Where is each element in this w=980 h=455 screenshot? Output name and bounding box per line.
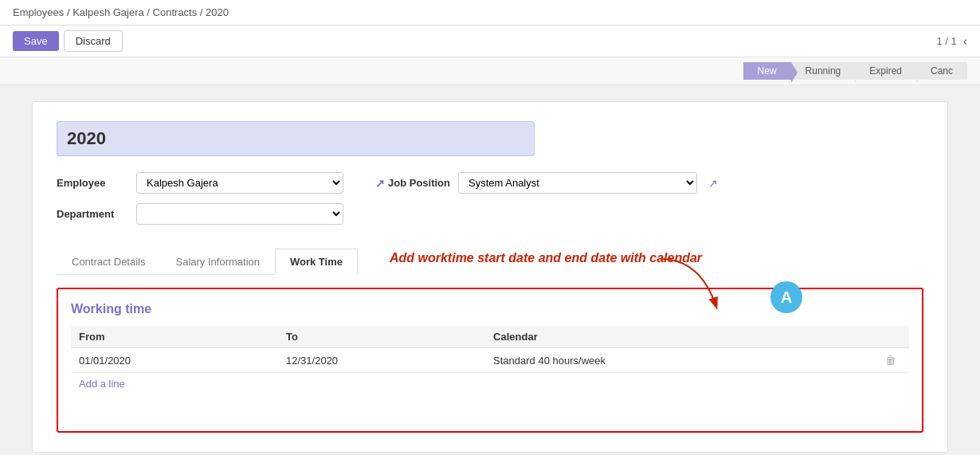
status-step-expired[interactable]: Expired — [855, 62, 916, 80]
toolbar-right: 1 / 1 ‹ — [936, 34, 967, 49]
form-col-left: Employee Kalpesh Gajera Department — [57, 172, 343, 225]
col-from: From — [71, 326, 278, 348]
employee-select[interactable]: Kalpesh Gajera — [136, 172, 343, 194]
status-steps: New Running Expired Canc — [743, 62, 967, 80]
form-card: Employee Kalpesh Gajera Department ↗ — [32, 101, 948, 453]
tabs-row: Contract Details Salary Information Work… — [57, 241, 923, 275]
main-content: Employee Kalpesh Gajera Department ↗ — [0, 85, 980, 455]
breadcrumb: Employees / Kalpesh Gajera / Contracts /… — [13, 6, 229, 18]
top-bar: Employees / Kalpesh Gajera / Contracts /… — [0, 0, 980, 25]
delete-icon[interactable]: 🗑 — [885, 354, 896, 367]
table-header-row: From To Calendar — [71, 326, 909, 348]
discard-button[interactable]: Discard — [64, 30, 123, 52]
job-position-external-link-icon[interactable]: ↗ — [708, 177, 718, 190]
tab-contract-details[interactable]: Contract Details — [57, 249, 160, 274]
col-actions — [877, 326, 909, 348]
job-position-select[interactable]: System Analyst — [458, 172, 697, 194]
external-link-icon[interactable]: ↗ — [375, 177, 385, 190]
cell-from: 01/01/2020 — [71, 348, 278, 373]
job-position-label: ↗ Job Position — [375, 177, 450, 190]
pagination-text: 1 / 1 — [936, 35, 956, 47]
form-fields: Employee Kalpesh Gajera Department ↗ — [57, 172, 923, 225]
status-step-running[interactable]: Running — [791, 62, 856, 80]
add-a-line[interactable]: Add a line — [71, 373, 909, 394]
tab-salary-information[interactable]: Salary Information — [160, 249, 275, 274]
employee-label: Employee — [57, 177, 128, 189]
col-calendar: Calendar — [485, 326, 877, 348]
job-position-field-row: ↗ Job Position System Analyst ↗ — [375, 172, 718, 194]
toolbar-left: Save Discard — [13, 30, 123, 52]
contract-title-input[interactable] — [57, 121, 535, 156]
working-time-table: From To Calendar 01/01/2020 12/31/2020 S… — [71, 326, 909, 373]
tab-work-time[interactable]: Work Time — [275, 249, 358, 275]
cell-delete[interactable]: 🗑 — [877, 348, 909, 373]
department-label: Department — [57, 208, 128, 220]
tabs: Contract Details Salary Information Work… — [57, 249, 358, 275]
empty-row-1 — [71, 394, 909, 418]
form-col-right: ↗ Job Position System Analyst ↗ — [375, 172, 718, 194]
table-row: 01/01/2020 12/31/2020 Standard 40 hours/… — [71, 348, 909, 373]
annotation-wrapper: Add worktime start date and end date wit… — [366, 251, 702, 265]
working-time-section: A Working time From To Calendar 01/01/20… — [57, 288, 923, 433]
save-button[interactable]: Save — [13, 31, 59, 51]
cell-calendar: Standard 40 hours/week — [485, 348, 877, 373]
status-step-canc[interactable]: Canc — [916, 62, 967, 80]
employee-field-row: Employee Kalpesh Gajera — [57, 172, 343, 194]
status-bar: New Running Expired Canc — [0, 57, 980, 85]
department-select[interactable] — [136, 203, 343, 225]
nav-prev-icon[interactable]: ‹ — [963, 34, 967, 49]
cell-to: 12/31/2020 — [278, 348, 485, 373]
col-to: To — [278, 326, 485, 348]
toolbar: Save Discard 1 / 1 ‹ — [0, 25, 980, 57]
status-step-new[interactable]: New — [743, 62, 791, 80]
badge-a: A — [770, 281, 802, 313]
department-field-row: Department — [57, 203, 343, 225]
